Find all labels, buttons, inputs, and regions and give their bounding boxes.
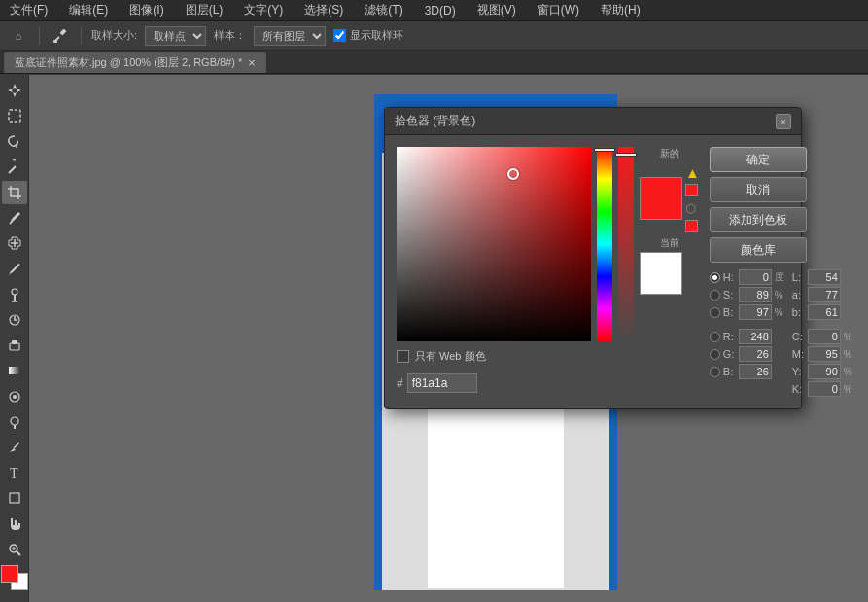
- new-color-preview[interactable]: [640, 177, 682, 220]
- hue-radio[interactable]: [710, 272, 720, 283]
- b-field-row: b:: [792, 304, 852, 320]
- home-icon[interactable]: ⌂: [8, 25, 29, 47]
- menu-view[interactable]: 视图(V): [473, 1, 520, 19]
- dialog-close-button[interactable]: ×: [776, 114, 791, 129]
- brightness-input[interactable]: [739, 304, 772, 320]
- web-only-checkbox[interactable]: [397, 350, 409, 363]
- sat-unit: %: [775, 290, 786, 301]
- fields-container: H: 度 S: % B:: [710, 269, 812, 397]
- dodge-tool[interactable]: [2, 410, 27, 434]
- confirm-button[interactable]: 确定: [710, 147, 807, 172]
- dialog-title: 拾色器 (背景色): [395, 113, 475, 129]
- foreground-color-swatch[interactable]: [1, 565, 18, 583]
- menu-file[interactable]: 文件(F): [6, 1, 52, 19]
- hue-spectrum-bar[interactable]: [597, 147, 612, 341]
- b-input[interactable]: [808, 304, 841, 320]
- cancel-button[interactable]: 取消: [710, 177, 807, 202]
- menu-3d[interactable]: 3D(D): [421, 3, 460, 18]
- crop-tool[interactable]: [2, 181, 27, 204]
- tab-close-btn[interactable]: ×: [248, 55, 256, 70]
- tab-bar: 蓝底证件照素材.jpg @ 100% (图层 2, RGB/8#) * ×: [0, 51, 868, 74]
- svg-text:T: T: [10, 466, 18, 480]
- red-label: R:: [723, 331, 736, 342]
- svg-rect-20: [10, 493, 19, 503]
- menu-image[interactable]: 图像(I): [125, 1, 167, 19]
- shape-tool[interactable]: [2, 486, 27, 510]
- K-input[interactable]: [808, 381, 841, 397]
- hex-input[interactable]: [407, 373, 477, 393]
- opacity-bar[interactable]: [618, 147, 634, 341]
- menu-filter[interactable]: 滤镜(T): [361, 1, 406, 19]
- svg-line-6: [9, 166, 16, 173]
- L-input[interactable]: [808, 269, 841, 285]
- brightness-radio[interactable]: [710, 307, 720, 318]
- hue-input[interactable]: [739, 269, 772, 285]
- red-radio[interactable]: [710, 332, 720, 342]
- clone-stamp-tool[interactable]: [2, 283, 27, 306]
- lasso-tool[interactable]: [2, 129, 27, 153]
- picker-top-row: 新的 ▲ ⬡ 当前: [397, 147, 700, 341]
- document-tab[interactable]: 蓝底证件照素材.jpg @ 100% (图层 2, RGB/8#) * ×: [4, 52, 266, 73]
- color-swatches[interactable]: [1, 565, 28, 590]
- zoom-tool[interactable]: [2, 538, 27, 561]
- web-color-btn[interactable]: [685, 220, 698, 232]
- picker-left-section: 新的 ▲ ⬡ 当前 只有: [397, 147, 700, 397]
- gamut-warning-icon[interactable]: ▲: [685, 164, 700, 181]
- L-field-row: L:: [792, 269, 852, 285]
- red-input[interactable]: [739, 329, 772, 344]
- menu-select[interactable]: 选择(S): [300, 1, 347, 19]
- new-color-row: ▲ ⬡: [640, 164, 700, 232]
- add-to-swatches-button[interactable]: 添加到色板: [710, 207, 807, 232]
- svg-rect-13: [10, 343, 19, 350]
- text-tool[interactable]: T: [2, 461, 27, 484]
- hue-unit: 度: [775, 270, 786, 284]
- dialog-body: 新的 ▲ ⬡ 当前 只有: [385, 135, 801, 408]
- blur-tool[interactable]: [2, 384, 27, 407]
- Y-label: Y:: [792, 366, 805, 377]
- move-tool[interactable]: [2, 79, 27, 102]
- size-label: 取样大小:: [91, 28, 137, 43]
- hsb-rgb-fields: H: 度 S: % B:: [710, 269, 786, 397]
- menu-help[interactable]: 帮助(H): [597, 1, 644, 19]
- current-color-preview[interactable]: [640, 252, 682, 295]
- web-warning-icon[interactable]: ⬡: [685, 201, 700, 216]
- M-input[interactable]: [808, 346, 841, 362]
- hand-tool[interactable]: [2, 512, 27, 535]
- green-label: G:: [723, 348, 736, 360]
- history-brush-tool[interactable]: [2, 308, 27, 332]
- sat-input[interactable]: [739, 287, 772, 302]
- gamut-color-btn[interactable]: [685, 184, 698, 196]
- menu-edit[interactable]: 编辑(E): [65, 1, 112, 19]
- eraser-tool[interactable]: [2, 334, 27, 357]
- show-ring-checkbox[interactable]: 显示取样环: [333, 28, 403, 43]
- gradient-tool[interactable]: [2, 359, 27, 382]
- sample-select[interactable]: 所有图层: [254, 26, 326, 46]
- blue-radio[interactable]: [710, 367, 720, 377]
- green-input[interactable]: [739, 346, 772, 362]
- magic-wand-tool[interactable]: [2, 156, 27, 179]
- menu-layer[interactable]: 图层(L): [182, 1, 227, 19]
- brush-tool[interactable]: [2, 257, 27, 280]
- gradient-overlay: [397, 147, 591, 341]
- C-input[interactable]: [808, 329, 841, 344]
- selection-tool[interactable]: [2, 104, 27, 127]
- color-gradient-picker[interactable]: [397, 147, 591, 341]
- web-only-row: 只有 Web 颜色: [397, 349, 700, 364]
- blue-label: B:: [723, 366, 736, 377]
- a-field-row: a:: [792, 287, 852, 302]
- green-radio[interactable]: [710, 349, 720, 360]
- toolbar-separator-2: [81, 27, 82, 45]
- a-input[interactable]: [808, 287, 841, 302]
- pen-tool[interactable]: [2, 436, 27, 459]
- Y-input[interactable]: [808, 364, 841, 379]
- healing-tool[interactable]: [2, 231, 27, 255]
- sat-radio[interactable]: [710, 290, 720, 301]
- blue-input[interactable]: [739, 364, 772, 379]
- menu-text[interactable]: 文字(Y): [240, 1, 287, 19]
- size-select[interactable]: 取样点: [145, 26, 206, 46]
- color-picker-dialog: 拾色器 (背景色) ×: [384, 107, 802, 409]
- eyedropper-icon[interactable]: [50, 25, 71, 47]
- eyedropper-tool[interactable]: [2, 206, 27, 230]
- menu-window[interactable]: 窗口(W): [534, 1, 583, 19]
- color-library-button[interactable]: 颜色库: [710, 237, 807, 263]
